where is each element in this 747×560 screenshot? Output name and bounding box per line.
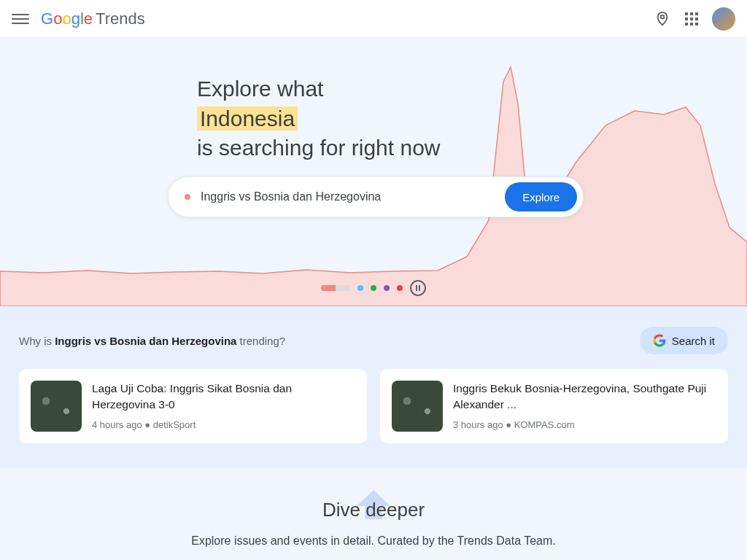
location-icon[interactable] — [654, 10, 671, 28]
search-input[interactable] — [201, 190, 505, 203]
search-it-button[interactable]: Search it — [640, 327, 728, 354]
news-thumb — [392, 381, 443, 432]
trending-header: Why is Inggris vs Bosnia dan Herzegovina… — [19, 327, 728, 354]
why-suffix: trending? — [236, 335, 285, 347]
news-title: Laga Uji Coba: Inggris Sikat Bosnia dan … — [92, 381, 355, 412]
news-title: Inggris Bekuk Bosnia-Herzegovina, Southg… — [453, 381, 716, 412]
searchbar: Explore — [168, 176, 584, 217]
trend-dot-icon — [185, 194, 190, 200]
dive-deeper-title: Dive deeper — [0, 499, 747, 521]
slide-indicator[interactable] — [384, 285, 390, 291]
hero-highlight: Indonesia — [197, 106, 298, 131]
hero: Explore what Indonesia is searching for … — [0, 38, 747, 306]
hero-line2: is searching for right now — [197, 136, 441, 160]
why-term: Inggris vs Bosnia dan Herzegovina — [55, 335, 236, 347]
hero-line1: Explore what — [197, 77, 323, 101]
search-it-label: Search it — [672, 335, 715, 347]
slide-indicator[interactable] — [397, 285, 403, 291]
slide-indicator[interactable] — [371, 285, 376, 291]
slide-indicator-active[interactable] — [321, 285, 350, 291]
why-trending: Why is Inggris vs Bosnia dan Herzegovina… — [19, 335, 285, 347]
svg-point-0 — [661, 15, 665, 18]
header-actions — [654, 7, 735, 31]
slide-indicator[interactable] — [357, 285, 363, 291]
why-prefix: Why is — [19, 335, 55, 347]
logo[interactable]: Google Trends — [41, 9, 145, 28]
news-card[interactable]: Inggris Bekuk Bosnia-Herzegovina, Southg… — [380, 369, 728, 443]
news-cards: Laga Uji Coba: Inggris Sikat Bosnia dan … — [19, 369, 728, 443]
logo-product: Trends — [96, 9, 145, 28]
avatar[interactable] — [712, 7, 735, 31]
dive-deeper-section: Dive deeper Explore issues and events in… — [0, 468, 747, 560]
google-icon — [653, 334, 666, 347]
dive-deeper-subtitle: Explore issues and events in detail. Cur… — [0, 534, 747, 548]
menu-icon[interactable] — [12, 10, 29, 28]
apps-icon[interactable] — [683, 10, 700, 28]
explore-button[interactable]: Explore — [505, 182, 577, 211]
news-meta: 4 hours ago ● detikSport — [92, 419, 355, 430]
trending-section: Why is Inggris vs Bosnia dan Herzegovina… — [0, 306, 747, 468]
slide-indicators — [321, 280, 426, 296]
news-thumb — [31, 381, 82, 432]
pause-button[interactable] — [410, 280, 426, 296]
hero-title: Explore what Indonesia is searching for … — [197, 74, 441, 163]
news-meta: 3 hours ago ● KOMPAS.com — [453, 419, 716, 430]
header: Google Trends — [0, 0, 747, 38]
news-card[interactable]: Laga Uji Coba: Inggris Sikat Bosnia dan … — [19, 369, 367, 443]
